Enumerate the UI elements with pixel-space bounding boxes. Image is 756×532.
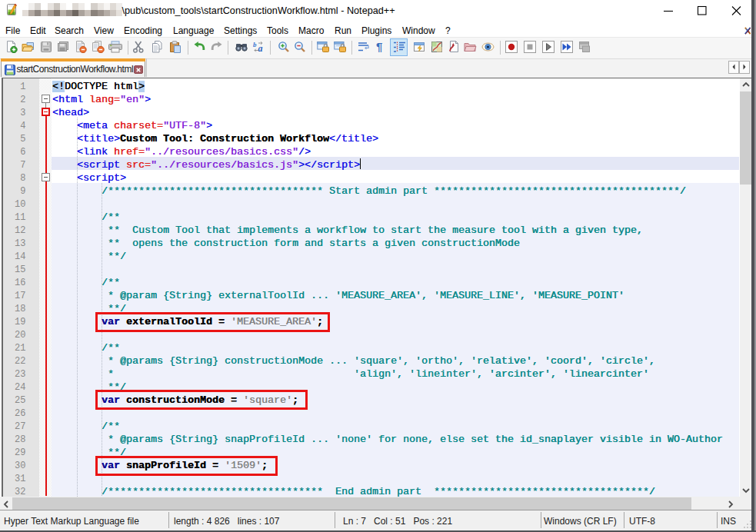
svg-text:b: b: [253, 41, 257, 48]
svg-text:a: a: [258, 43, 263, 53]
